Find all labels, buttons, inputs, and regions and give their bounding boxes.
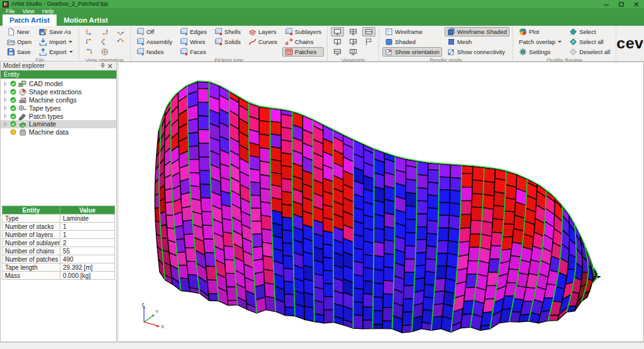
mesh-button[interactable]: Mesh bbox=[445, 37, 509, 47]
viewport-three-button[interactable] bbox=[347, 37, 360, 47]
prop-label: Mass bbox=[3, 272, 60, 280]
tree-item-laminate[interactable]: Laminate bbox=[1, 120, 116, 128]
main-area: Model explorer Entity CAD modelShape ext… bbox=[0, 62, 644, 342]
view-neg-z-icon bbox=[101, 48, 109, 56]
view-fit-button[interactable] bbox=[114, 37, 127, 47]
chains-button[interactable]: Chains bbox=[282, 37, 324, 47]
menu-file[interactable]: File bbox=[2, 8, 19, 14]
minimize-button[interactable] bbox=[599, 0, 614, 8]
tab-patch-artist[interactable]: Patch Artist bbox=[3, 14, 57, 26]
tab-motion-artist[interactable]: Motion Artist bbox=[57, 14, 114, 26]
checked-status-icon[interactable] bbox=[9, 89, 16, 95]
button-label: Settings bbox=[529, 48, 550, 55]
view-z-button[interactable] bbox=[98, 37, 111, 47]
expand-chevron-icon[interactable] bbox=[3, 106, 8, 110]
pick-layers-icon bbox=[248, 28, 257, 36]
panel-close-icon[interactable] bbox=[106, 62, 114, 70]
3d-model-canvas[interactable]: ZYX bbox=[119, 62, 643, 341]
curves-button[interactable]: Curves bbox=[246, 37, 280, 47]
tree-item-machine-data[interactable]: Machine data bbox=[1, 128, 116, 136]
button-label: Show connectivity bbox=[457, 48, 505, 55]
checked-status-icon[interactable] bbox=[9, 121, 16, 127]
dropdown-caret-icon bbox=[558, 41, 562, 43]
wireframe-button[interactable]: Wireframe bbox=[382, 27, 442, 36]
prop-value: 490 bbox=[60, 255, 115, 263]
viewport-split-button[interactable] bbox=[362, 27, 375, 36]
close-button[interactable] bbox=[629, 0, 644, 8]
button-label: Open bbox=[17, 38, 31, 45]
patches-button[interactable]: Patches bbox=[282, 47, 324, 57]
export-button[interactable]: Export bbox=[36, 47, 75, 57]
maximize-button[interactable] bbox=[614, 0, 629, 8]
sublayers-button[interactable]: Sublayers bbox=[282, 27, 324, 36]
settings-button[interactable]: Settings bbox=[516, 47, 564, 57]
expand-chevron-icon[interactable] bbox=[3, 97, 8, 102]
ribbon-group-file: NewOpenSaveSave AsImportExportFile bbox=[1, 26, 79, 61]
solids-button[interactable]: Solids bbox=[212, 37, 243, 47]
expand-chevron-icon[interactable] bbox=[3, 122, 8, 126]
button-label: Patch overlap bbox=[519, 38, 555, 45]
show-orientation-button[interactable]: Show orientation bbox=[382, 47, 442, 57]
viewport-two-button[interactable] bbox=[331, 37, 344, 47]
entity-column-header: Entity bbox=[1, 70, 116, 79]
view-y-button[interactable] bbox=[82, 47, 96, 57]
viewport-flag-icon bbox=[365, 38, 373, 46]
checked-status-icon[interactable] bbox=[9, 97, 16, 103]
nodes-button[interactable]: Nodes bbox=[134, 47, 175, 57]
viewport-3d[interactable]: ZYX bbox=[119, 62, 644, 342]
prop-value: Laminate bbox=[60, 214, 115, 223]
patch-overlap-button[interactable]: Patch overlap bbox=[516, 37, 564, 47]
faces-button[interactable]: Faces bbox=[177, 47, 209, 57]
select-all-button[interactable]: Select all bbox=[567, 37, 613, 47]
machine-data-icon bbox=[18, 128, 27, 136]
checked-status-icon[interactable] bbox=[9, 105, 16, 111]
view-x-button[interactable] bbox=[82, 27, 96, 36]
show-connectivity-button[interactable]: Show connectivity bbox=[445, 47, 509, 57]
tree-item-patch-types[interactable]: Patch types bbox=[1, 112, 116, 120]
wireframe-shaded-button[interactable]: Wireframe Shaded bbox=[445, 27, 509, 36]
deselect-all-button[interactable]: Deselect all bbox=[567, 47, 613, 57]
wires-button[interactable]: Wires bbox=[177, 37, 209, 47]
select-button[interactable]: Select bbox=[567, 27, 613, 36]
shaded-button[interactable]: Shaded bbox=[382, 37, 442, 47]
pick-nodes-icon bbox=[136, 48, 145, 56]
layers-button[interactable]: Layers bbox=[246, 27, 280, 36]
viewport-single-button[interactable] bbox=[331, 27, 344, 36]
tab-bar: Patch Artist Motion Artist bbox=[0, 14, 644, 26]
expand-chevron-icon[interactable] bbox=[3, 90, 8, 94]
edges-button[interactable]: Edges bbox=[177, 27, 209, 36]
open-button[interactable]: Open bbox=[4, 37, 34, 47]
view-rotate-button[interactable] bbox=[114, 27, 127, 36]
pin-icon[interactable] bbox=[99, 62, 106, 70]
tree-item-tape-types[interactable]: Tape types bbox=[1, 104, 116, 112]
tree-item-shape-extractions[interactable]: Shape extractions bbox=[1, 88, 116, 96]
view-neg-y-button[interactable] bbox=[98, 27, 111, 36]
viewport-quad-button[interactable] bbox=[347, 27, 360, 36]
viewport-grid-button[interactable] bbox=[347, 47, 360, 57]
shells-button[interactable]: Shells bbox=[212, 27, 243, 36]
assembly-button[interactable]: Assembly bbox=[134, 37, 175, 47]
viewport-wide-button[interactable] bbox=[331, 47, 344, 57]
save-button[interactable]: Save bbox=[4, 47, 34, 57]
menu-view[interactable]: View bbox=[19, 8, 38, 14]
checked-status-icon[interactable] bbox=[9, 80, 16, 87]
button-label: Curves bbox=[258, 38, 277, 45]
patched-laminate-model[interactable] bbox=[155, 81, 600, 333]
menu-help[interactable]: Help bbox=[38, 8, 58, 14]
tree-item-cad-model[interactable]: CAD model bbox=[1, 80, 116, 88]
import-button[interactable]: Import bbox=[36, 37, 75, 47]
new-button[interactable]: New bbox=[4, 27, 34, 36]
axis-label-z: Z bbox=[142, 302, 145, 307]
off-button[interactable]: Off bbox=[134, 27, 175, 36]
view-neg-z-button[interactable] bbox=[98, 47, 111, 57]
save-as-button[interactable]: Save As bbox=[36, 27, 75, 36]
pending-status-icon[interactable] bbox=[9, 129, 16, 135]
checked-status-icon[interactable] bbox=[9, 113, 16, 119]
viewport-flag-button[interactable] bbox=[362, 37, 375, 47]
button-label: Off bbox=[147, 28, 155, 35]
plot-button[interactable]: Plot bbox=[516, 27, 564, 36]
view-neg-x-button[interactable] bbox=[82, 37, 96, 47]
expand-chevron-icon[interactable] bbox=[3, 114, 8, 118]
expand-chevron-icon[interactable] bbox=[3, 82, 8, 86]
tree-item-machine-configs[interactable]: Machine configs bbox=[1, 96, 116, 104]
